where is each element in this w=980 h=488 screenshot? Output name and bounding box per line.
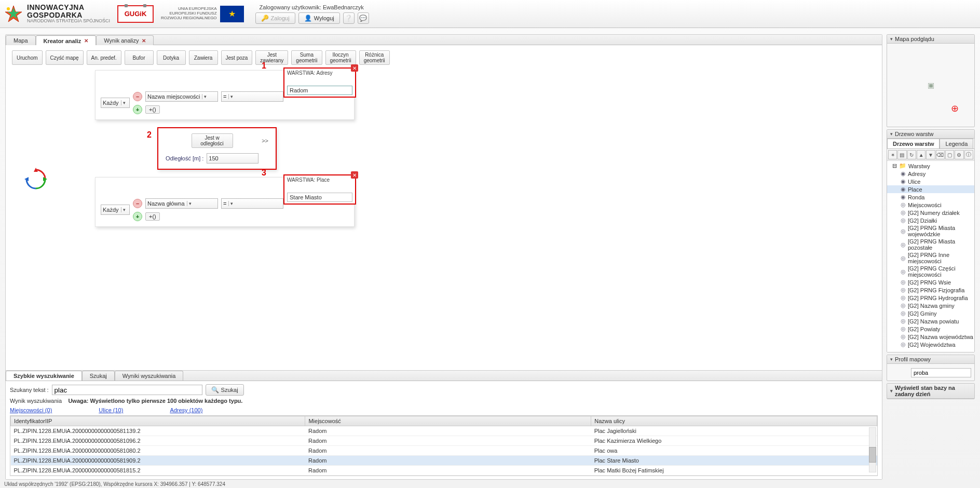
- step-2-label: 2: [147, 130, 152, 140]
- quantifier-select[interactable]: Każdy▾: [101, 98, 130, 108]
- link-adresy[interactable]: Adresy (100): [170, 407, 202, 413]
- tab-mapa[interactable]: Mapa: [6, 35, 36, 45]
- tree-layer-item[interactable]: ◉Place: [887, 185, 974, 193]
- within-distance-button[interactable]: Jest wodległości: [192, 133, 233, 148]
- table-row[interactable]: PL.ZIPIN.1228.EMUiA.20000000000000581909…: [11, 456, 877, 466]
- tree-layer-item[interactable]: ◎[G2] PRNG Miasta wojewódzkie: [887, 224, 974, 238]
- add-condition-button[interactable]: +: [133, 212, 142, 221]
- tree-btn-remove[interactable]: ⌫: [936, 150, 945, 159]
- tree-layer-item[interactable]: ◎[G2] Województwa: [887, 341, 974, 348]
- paren-button[interactable]: +(): [145, 212, 160, 221]
- close-icon[interactable]: ✕: [351, 64, 358, 72]
- tree-tab-legend[interactable]: Legenda: [940, 139, 973, 148]
- table-row[interactable]: PL.ZIPIN.1228.EMUiA.20000000000000581096…: [11, 436, 877, 446]
- search-button[interactable]: 🔍Szukaj: [206, 384, 244, 396]
- run-button[interactable]: Uruchom: [12, 50, 43, 65]
- jest-poza-button[interactable]: Jest poza: [221, 50, 253, 65]
- link-miejscowosci[interactable]: Miejscowości (0): [10, 407, 52, 413]
- layer-tree[interactable]: ⊟📁Warstwy◉Adresy◉Ulice◉Place◉Ronda◎Miejs…: [887, 161, 974, 352]
- preview-panel-header[interactable]: ▾Mapa podglądu: [887, 35, 974, 44]
- tree-layer-item[interactable]: ◎[G2] PRNG Inne miejscowości: [887, 251, 974, 265]
- layer-tree-header[interactable]: ▾Drzewo warstw: [887, 130, 974, 139]
- tree-tab-layers[interactable]: Drzewo warstw: [887, 139, 940, 148]
- roznica-geom-button[interactable]: Różnicageometrii: [359, 50, 390, 65]
- results-grid[interactable]: IdentyfikatorIIP Miejscowość Nazwa ulicy…: [10, 415, 878, 476]
- help-button[interactable]: ❔: [343, 12, 355, 24]
- tree-btn-down[interactable]: ▼: [926, 150, 935, 159]
- eye-off-icon: ◎: [901, 287, 906, 293]
- info-button[interactable]: 💬: [358, 12, 369, 24]
- table-row[interactable]: PL.ZIPIN.1228.EMUiA.20000000000000581080…: [11, 446, 877, 456]
- tab-wyniki[interactable]: Wyniki wyszukiwania: [115, 371, 184, 381]
- tree-layer-item[interactable]: ◉Ulice: [887, 178, 974, 185]
- tree-layer-item[interactable]: ◎[G2] Nazwa powiatu: [887, 317, 974, 325]
- tree-layer-item[interactable]: ◉Adresy: [887, 170, 974, 178]
- table-row[interactable]: PL.ZIPIN.1228.EMUiA.20000000000000581815…: [11, 466, 877, 476]
- tree-layer-item[interactable]: ◎[G2] PRNG Fizjografia: [887, 286, 974, 294]
- remove-condition-button[interactable]: –: [133, 199, 142, 208]
- tree-layer-item[interactable]: ◎[G2] PRNG Części miejscowości: [887, 265, 974, 278]
- field-select[interactable]: Nazwa miejscowości▾: [145, 91, 218, 102]
- tree-btn-box[interactable]: ▢: [945, 150, 954, 159]
- tree-btn-gear[interactable]: ⚙: [955, 150, 963, 159]
- tree-layer-item[interactable]: ◎[G2] Nazwa województwa: [887, 333, 974, 341]
- tree-layer-item[interactable]: ◎[G2] Powiaty: [887, 325, 974, 333]
- jest-zawierany-button[interactable]: Jestzawierany: [255, 50, 288, 65]
- table-cell: Radom: [305, 476, 591, 477]
- predef-button[interactable]: An. predef.: [87, 50, 121, 65]
- tree-layer-item[interactable]: ◎[G2] PRNG Hydrografia: [887, 294, 974, 302]
- tree-layer-item[interactable]: ◉Ronda: [887, 193, 974, 201]
- scrollbar-thumb[interactable]: [869, 447, 876, 463]
- filter-value-input-3[interactable]: [287, 193, 352, 202]
- link-ulice[interactable]: Ulice (10): [99, 407, 123, 413]
- tab-szukaj[interactable]: Szukaj: [82, 371, 115, 381]
- eye-off-icon: ◎: [901, 302, 906, 309]
- col-id[interactable]: IdentyfikatorIIP: [11, 416, 305, 426]
- tree-btn-refresh[interactable]: ↻: [907, 150, 916, 159]
- col-city[interactable]: Miejscowość: [305, 416, 591, 426]
- close-icon[interactable]: ✕: [142, 38, 146, 44]
- tree-layer-item[interactable]: ◎[G2] Nazwa gminy: [887, 302, 974, 309]
- tree-btn-add[interactable]: ✶: [888, 150, 897, 159]
- tree-layer-item[interactable]: ◎[G2] Gminy: [887, 309, 974, 317]
- tree-layer-item[interactable]: ◎[G2] PRNG Wsie: [887, 278, 974, 286]
- tab-wynik-analizy[interactable]: Wynik analizy✕: [96, 35, 154, 45]
- zawiera-button[interactable]: Zawiera: [189, 50, 218, 65]
- operator-select[interactable]: =▾: [221, 198, 283, 209]
- suma-geom-button[interactable]: Sumageometrii: [291, 50, 322, 65]
- clear-map-button[interactable]: Czyść mapę: [46, 50, 84, 65]
- paren-button[interactable]: +(): [145, 105, 160, 114]
- table-row[interactable]: PL.ZIPIN.1228.EMUiA.20000000000000581347…: [11, 476, 877, 477]
- layer-box-3: ✕ WARSTWA: Place: [283, 174, 356, 205]
- layer-tree-panel: ▾Drzewo warstw Drzewo warstw Legenda ✶ ▤…: [887, 129, 975, 353]
- close-icon[interactable]: ✕: [84, 38, 88, 44]
- add-condition-button[interactable]: +: [133, 105, 142, 114]
- tab-szybkie-wysz[interactable]: Szybkie wyszukiwanie: [6, 371, 82, 381]
- tree-layer-item[interactable]: ◎[G2] Numery działek: [887, 209, 974, 216]
- iloczyn-geom-button[interactable]: Iloczyngeometrii: [325, 50, 356, 65]
- tree-layer-item[interactable]: ◎Miejscowości: [887, 201, 974, 209]
- quantifier-select[interactable]: Każdy▾: [101, 205, 130, 215]
- tree-root[interactable]: ⊟📁Warstwy: [887, 162, 974, 170]
- table-row[interactable]: PL.ZIPIN.1228.EMUiA.20000000000000581139…: [11, 426, 877, 436]
- tree-btn-up[interactable]: ▲: [917, 150, 925, 159]
- search-input[interactable]: [52, 385, 202, 395]
- distance-input[interactable]: [207, 153, 258, 164]
- remove-condition-button[interactable]: –: [133, 92, 142, 101]
- bufor-button[interactable]: Bufor: [125, 50, 154, 65]
- tree-btn-layers[interactable]: ▤: [897, 150, 906, 159]
- profile-select[interactable]: [911, 368, 971, 377]
- tree-layer-item[interactable]: ◎[G2] Działki: [887, 216, 974, 224]
- dotyka-button[interactable]: Dotyka: [157, 50, 186, 65]
- operator-select[interactable]: =▾: [221, 91, 283, 102]
- tab-kreator-analiz[interactable]: Kreator analiz✕: [36, 35, 97, 46]
- db-state-header[interactable]: ▾Wyświetl stan bazy na zadany dzień: [887, 384, 974, 399]
- tree-btn-info[interactable]: ⓘ: [964, 150, 973, 159]
- filter-value-input-1[interactable]: [287, 86, 352, 95]
- col-street[interactable]: Nazwa ulicy: [591, 416, 877, 426]
- tree-layer-item[interactable]: ◎[G2] PRNG Miasta pozostałe: [887, 238, 974, 251]
- field-select[interactable]: Nazwa główna▾: [145, 198, 218, 209]
- profile-panel-header[interactable]: ▾Profil mapowy: [887, 355, 974, 364]
- close-icon[interactable]: ✕: [351, 171, 358, 179]
- logout-button[interactable]: 👤Wyloguj: [298, 12, 340, 24]
